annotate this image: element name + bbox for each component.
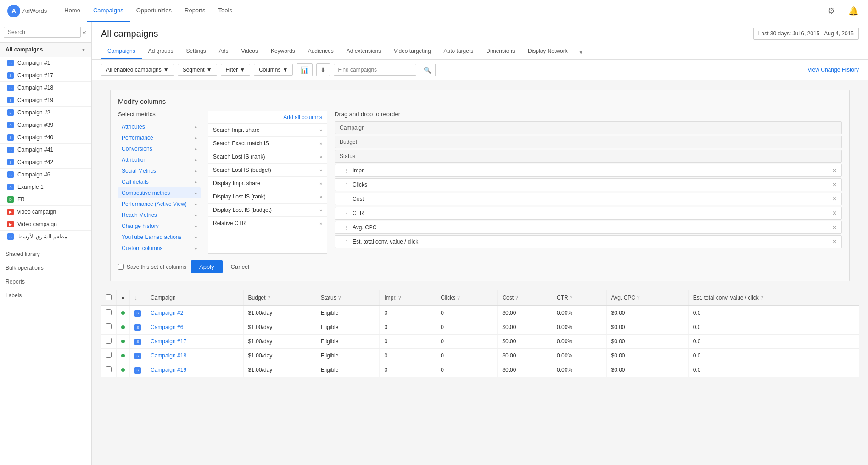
- tab-videos[interactable]: Videos: [235, 44, 264, 59]
- segment-button[interactable]: Segment ▼: [178, 64, 217, 76]
- campaign-name-link[interactable]: Campaign #19: [151, 367, 186, 373]
- metric-item[interactable]: Search Exact match IS»: [208, 137, 327, 150]
- nav-opportunities[interactable]: Opportunities: [130, 0, 178, 22]
- draggable-column[interactable]: ⋮⋮Avg. CPC✕: [335, 221, 842, 234]
- metric-category-performance[interactable]: Performance»: [118, 132, 201, 143]
- campaign-col-header[interactable]: Campaign: [146, 290, 244, 306]
- sidebar-item[interactable]: SExample 1: [0, 181, 91, 193]
- sidebar-item[interactable]: SCampaign #18: [0, 82, 91, 94]
- metric-item[interactable]: Search Lost IS (rank)»: [208, 150, 327, 164]
- tab-auto-targets[interactable]: Auto targets: [437, 44, 480, 59]
- sidebar-item[interactable]: SCampaign #2: [0, 107, 91, 119]
- save-checkbox-label[interactable]: Save this set of columns: [118, 264, 186, 270]
- tab-display-network[interactable]: Display Network: [521, 44, 574, 59]
- campaign-name-link[interactable]: Campaign #2: [151, 310, 183, 316]
- tab-dimensions[interactable]: Dimensions: [480, 44, 521, 59]
- sidebar-item[interactable]: DFR: [0, 193, 91, 206]
- remove-column-button[interactable]: ✕: [832, 167, 837, 174]
- sidebar-section-item[interactable]: Labels: [0, 289, 91, 302]
- avg-cpc-col-header[interactable]: Avg. CPC ?: [606, 290, 688, 306]
- find-campaigns-input[interactable]: [334, 64, 416, 76]
- sidebar-item[interactable]: SCampaign #6: [0, 169, 91, 181]
- metric-category-call-details[interactable]: Call details»: [118, 176, 201, 187]
- metric-category-change-history[interactable]: Change history»: [118, 221, 201, 232]
- all-campaigns-header[interactable]: All campaigns ▼: [0, 43, 91, 57]
- metric-item[interactable]: Relative CTR»: [208, 217, 327, 230]
- add-all-columns-link[interactable]: Add all columns: [208, 111, 327, 124]
- draggable-column[interactable]: ⋮⋮Est. total conv. value / click✕: [335, 235, 842, 248]
- metric-category-custom-columns[interactable]: Custom columns»: [118, 243, 201, 254]
- tab-ad-groups[interactable]: Ad groups: [142, 44, 180, 59]
- cost-col-header[interactable]: Cost ?: [498, 290, 552, 306]
- budget-col-header[interactable]: Budget ?: [243, 290, 316, 306]
- chart-view-button[interactable]: 📊: [297, 63, 313, 76]
- campaign-name-link[interactable]: Campaign #18: [151, 352, 186, 359]
- impr-col-header[interactable]: Impr. ?: [380, 290, 436, 306]
- draggable-column[interactable]: ⋮⋮Impr.✕: [335, 164, 842, 177]
- tab-campaigns[interactable]: Campaigns: [101, 44, 142, 59]
- sidebar-item[interactable]: SCampaign #40: [0, 131, 91, 144]
- sidebar-item[interactable]: SCampaign #42: [0, 156, 91, 169]
- notifications-icon[interactable]: 🔔: [846, 4, 861, 18]
- apply-button[interactable]: Apply: [191, 260, 223, 273]
- remove-column-button[interactable]: ✕: [832, 238, 837, 245]
- nav-tools[interactable]: Tools: [212, 0, 239, 22]
- metric-category-youtube-earned-actions[interactable]: YouTube Earned actions»: [118, 232, 201, 243]
- sidebar-item[interactable]: Sمطعم الشرق الأوسط: [0, 231, 91, 243]
- save-checkbox[interactable]: [118, 264, 124, 270]
- metric-category-reach-metrics[interactable]: Reach Metrics»: [118, 210, 201, 221]
- ctr-col-header[interactable]: CTR ?: [552, 290, 607, 306]
- sidebar-section-item[interactable]: Shared library: [0, 247, 91, 261]
- tab-audiences[interactable]: Audiences: [302, 44, 340, 59]
- row-checkbox[interactable]: [106, 352, 112, 358]
- remove-column-button[interactable]: ✕: [832, 224, 837, 231]
- collapse-sidebar-button[interactable]: «: [81, 28, 88, 37]
- draggable-column[interactable]: ⋮⋮Cost✕: [335, 193, 842, 205]
- sidebar-item[interactable]: ▶video campaign: [0, 206, 91, 218]
- campaign-name-link[interactable]: Campaign #17: [151, 338, 186, 345]
- remove-column-button[interactable]: ✕: [832, 210, 837, 216]
- metric-item[interactable]: Display Impr. share»: [208, 177, 327, 190]
- row-checkbox[interactable]: [106, 366, 112, 372]
- draggable-column[interactable]: ⋮⋮Clicks✕: [335, 178, 842, 191]
- sidebar-section-item[interactable]: Bulk operations: [0, 261, 91, 275]
- est-total-col-header[interactable]: Est. total conv. value / click ?: [688, 290, 859, 306]
- metric-category-competitive-metrics[interactable]: Competitive metrics»: [118, 187, 201, 198]
- metric-category-social-metrics[interactable]: Social Metrics»: [118, 165, 201, 176]
- sidebar-section-item[interactable]: Reports: [0, 275, 91, 289]
- sidebar-item[interactable]: ▶Video campaign: [0, 218, 91, 231]
- row-checkbox[interactable]: [106, 309, 112, 315]
- sidebar-item[interactable]: SCampaign #39: [0, 119, 91, 131]
- tab-settings[interactable]: Settings: [179, 44, 212, 59]
- sidebar-item[interactable]: SCampaign #19: [0, 94, 91, 107]
- tab-ads[interactable]: Ads: [213, 44, 235, 59]
- cancel-button[interactable]: Cancel: [227, 260, 253, 273]
- metric-category-attributes[interactable]: Attributes»: [118, 121, 201, 132]
- metric-item[interactable]: Search Impr. share»: [208, 124, 327, 137]
- tab-more-button[interactable]: ▼: [574, 45, 588, 59]
- select-all-checkbox[interactable]: [106, 294, 112, 300]
- metric-category-attribution[interactable]: Attribution»: [118, 154, 201, 165]
- settings-icon[interactable]: ⚙: [824, 4, 839, 18]
- search-input[interactable]: [4, 27, 81, 38]
- row-checkbox[interactable]: [106, 323, 112, 329]
- tab-video-targeting[interactable]: Video targeting: [387, 44, 437, 59]
- tab-ad-extensions[interactable]: Ad extensions: [340, 44, 387, 59]
- row-checkbox[interactable]: [106, 338, 112, 344]
- filter-button[interactable]: Filter ▼: [221, 64, 251, 76]
- view-change-history-link[interactable]: View Change History: [807, 67, 859, 73]
- status-col-header[interactable]: Status ?: [316, 290, 380, 306]
- download-button[interactable]: ⬇: [316, 63, 330, 76]
- columns-button[interactable]: Columns ▼: [254, 64, 293, 76]
- remove-column-button[interactable]: ✕: [832, 181, 837, 188]
- campaign-name-link[interactable]: Campaign #6: [151, 324, 183, 330]
- nav-home[interactable]: Home: [58, 0, 87, 22]
- draggable-column[interactable]: ⋮⋮CTR✕: [335, 207, 842, 220]
- sidebar-item[interactable]: SCampaign #17: [0, 69, 91, 82]
- metric-category-performance-(active-view)[interactable]: Performance (Active View)»: [118, 198, 201, 210]
- sidebar-item[interactable]: SCampaign #41: [0, 144, 91, 156]
- find-campaigns-search-button[interactable]: 🔍: [420, 64, 436, 76]
- metric-item[interactable]: Display Lost IS (rank)»: [208, 190, 327, 204]
- remove-column-button[interactable]: ✕: [832, 196, 837, 202]
- tab-keywords[interactable]: Keywords: [264, 44, 302, 59]
